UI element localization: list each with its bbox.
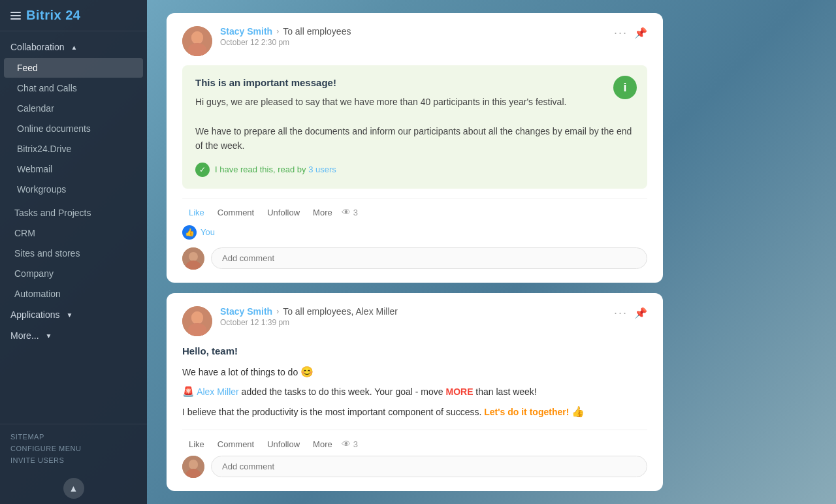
- post2-title: Hello, team!: [182, 345, 647, 356]
- svg-point-0: [182, 26, 212, 56]
- webmail-label: Webmail: [17, 164, 52, 174]
- configure-menu-link[interactable]: Configure Menu: [10, 443, 137, 454]
- alert-emoji: 🚨: [182, 386, 195, 397]
- read-by-label: read by: [278, 165, 306, 174]
- post-more-dots-1[interactable]: ···: [614, 26, 628, 40]
- svg-point-4: [189, 252, 198, 261]
- read-line-1: ✓ I have read this, read by 3 users: [195, 163, 634, 177]
- sidebar-item-crm[interactable]: CRM: [4, 223, 143, 243]
- line2-pre-text: added the tasks to do this week. Your go…: [242, 386, 446, 397]
- sidebar-section-collaboration[interactable]: Collaboration ▲: [0, 37, 147, 57]
- sidebar-item-company[interactable]: Company: [4, 264, 143, 283]
- post-author-line-2: Stacy Smith › To all employees, Alex Mil…: [220, 306, 606, 317]
- workgroups-label: Workgroups: [17, 184, 66, 195]
- commenter-avatar-1: [182, 247, 204, 270]
- app-logo: Bitrix 24: [26, 8, 80, 23]
- sidebar-item-drive[interactable]: Bitrix24.Drive: [4, 139, 143, 159]
- sidebar-nav: Collaboration ▲ Feed Chat and Calls Cale…: [0, 31, 147, 424]
- chevron-up-icon: ▲: [71, 44, 78, 51]
- plain-message-2: Hello, team! We have a lot of things to …: [182, 345, 647, 420]
- comment-input-2[interactable]: [211, 456, 647, 477]
- message-title-1: This is an important message!: [195, 77, 634, 88]
- post-recipient-1: To all employees: [283, 26, 351, 37]
- liked-by-1[interactable]: You: [201, 227, 215, 237]
- line2-post-text: than last week!: [475, 386, 536, 397]
- logo-name: Bitrix: [26, 8, 61, 22]
- post-time-2: October 12 1:39 pm: [220, 318, 606, 327]
- sidebar-item-webmail[interactable]: Webmail: [4, 159, 143, 179]
- company-label: Company: [14, 268, 54, 279]
- comment-button-1[interactable]: Comment: [211, 205, 261, 220]
- sitemap-link[interactable]: Sitemap: [10, 431, 137, 443]
- sidebar-item-sites[interactable]: Sites and stores: [4, 244, 143, 263]
- post-author-2[interactable]: Stacy Smith: [220, 306, 272, 317]
- views-count-2: 👁 3: [342, 439, 358, 449]
- post2-line1: We have a lot of things to do 😊: [182, 363, 647, 381]
- post-arrow-1: ›: [276, 27, 279, 36]
- sites-label: Sites and stores: [14, 248, 80, 259]
- post-card-2: Stacy Smith › To all employees, Alex Mil…: [167, 293, 663, 491]
- sidebar-item-online-docs[interactable]: Online documents: [4, 119, 143, 138]
- views-number-1: 3: [353, 208, 358, 217]
- avatar-svg-2: [182, 306, 212, 336]
- alex-miller-link[interactable]: Alex Miller: [197, 386, 241, 397]
- post-pin-2[interactable]: 📌: [634, 307, 647, 319]
- sidebar-item-workgroups[interactable]: Workgroups: [4, 180, 143, 199]
- read-count-1[interactable]: 3 users: [308, 165, 336, 174]
- scroll-up-button[interactable]: ▲: [63, 478, 84, 499]
- sidebar-item-more[interactable]: More... ▼: [0, 325, 147, 346]
- svg-point-2: [188, 43, 206, 56]
- line3-pre: I believe that the productivity is the m…: [182, 407, 481, 417]
- online-docs-label: Online documents: [17, 123, 91, 134]
- line1-text: We have a lot of things to do: [182, 367, 298, 377]
- eye-icon-1: 👁: [342, 207, 351, 217]
- more-label: More...: [10, 330, 39, 341]
- more-chevron-icon: ▼: [46, 332, 52, 339]
- read-text-label[interactable]: I have read this,: [215, 165, 276, 174]
- comment-input-1[interactable]: [211, 247, 647, 269]
- author-avatar-2: [182, 306, 212, 336]
- hamburger-icon[interactable]: [10, 12, 21, 20]
- chat-calls-label: Chat and Calls: [17, 83, 77, 93]
- invite-users-link[interactable]: Invite Users: [10, 454, 137, 466]
- like-thumb-icon-1: 👍: [182, 225, 197, 240]
- applications-label: Applications: [10, 309, 60, 320]
- post-time-1: October 12 2:30 pm: [220, 38, 606, 47]
- comment-button-2[interactable]: Comment: [211, 437, 261, 452]
- thumbsup-emoji: 👍: [571, 406, 585, 417]
- more-button-2[interactable]: More: [306, 437, 339, 452]
- post-author-1[interactable]: Stacy Smith: [220, 26, 272, 37]
- feed-label: Feed: [17, 63, 38, 73]
- views-number-2: 3: [353, 439, 358, 449]
- sidebar-item-calendar[interactable]: Calendar: [4, 99, 143, 118]
- sidebar-item-chat-calls[interactable]: Chat and Calls: [4, 78, 143, 98]
- read-text-1: I have read this, read by 3 users: [215, 165, 336, 174]
- post-header-1: Stacy Smith › To all employees October 1…: [182, 26, 647, 56]
- unfollow-button-2[interactable]: Unfollow: [261, 437, 306, 452]
- post-card-1: Stacy Smith › To all employees October 1…: [167, 13, 663, 283]
- sidebar-item-tasks[interactable]: Tasks and Projects: [4, 203, 143, 223]
- like-button-1[interactable]: Like: [182, 205, 211, 220]
- post-pin-1[interactable]: 📌: [634, 27, 647, 39]
- automation-label: Automation: [14, 289, 61, 299]
- sidebar-item-automation[interactable]: Automation: [4, 284, 143, 304]
- sidebar-footer: Sitemap Configure Menu Invite Users: [0, 424, 147, 473]
- sidebar-item-applications[interactable]: Applications ▼: [0, 304, 147, 325]
- unfollow-button-1[interactable]: Unfollow: [261, 205, 306, 220]
- post-header-2: Stacy Smith › To all employees, Alex Mil…: [182, 306, 647, 336]
- post-actions-right-1: ··· 📌: [614, 26, 647, 40]
- like-button-2[interactable]: Like: [182, 437, 211, 452]
- sidebar-item-feed[interactable]: Feed: [4, 58, 143, 78]
- drive-label: Bitrix24.Drive: [17, 144, 71, 154]
- post-footer-1: Like Comment Unfollow More 👁 3: [182, 198, 647, 220]
- message-text-2: We have a lot of things to do 😊 🚨 Alex M…: [182, 363, 647, 420]
- post-arrow-2: ›: [276, 307, 279, 316]
- post-more-dots-2[interactable]: ···: [614, 306, 628, 320]
- message-box-1: This is an important message! Hi guys, w…: [182, 65, 647, 189]
- more-button-1[interactable]: More: [306, 205, 339, 220]
- calendar-label: Calendar: [17, 103, 54, 114]
- post-footer-2: Like Comment Unfollow More 👁 3: [182, 430, 647, 452]
- svg-point-1: [191, 31, 203, 44]
- applications-chevron-icon: ▼: [67, 311, 73, 319]
- svg-point-6: [182, 306, 212, 336]
